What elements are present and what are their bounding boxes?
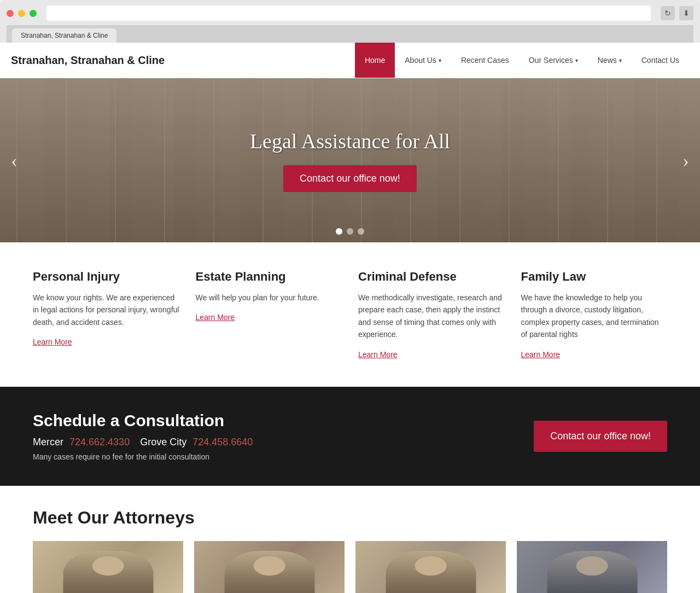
- attorneys-heading: Meet Our Attorneys: [33, 508, 667, 528]
- learn-more-criminal-defense[interactable]: Learn More: [358, 350, 398, 359]
- chevron-down-icon: ▾: [619, 57, 622, 63]
- service-card-estate-planning: Estate Planning We will help you plan fo…: [196, 270, 342, 359]
- nav-item-our-services[interactable]: Our Services ▾: [519, 43, 588, 78]
- nav-item-news[interactable]: News ▾: [588, 43, 632, 78]
- navbar: Stranahan, Stranahan & Cline Home About …: [0, 43, 700, 78]
- slider-dots: [336, 228, 364, 235]
- attorney-head-4: [576, 556, 608, 576]
- chevron-down-icon: ▾: [439, 57, 441, 63]
- slider-dot-3[interactable]: [358, 228, 364, 235]
- services-section: Personal Injury We know your rights. We …: [0, 242, 700, 387]
- attorney-silhouette-1: [63, 551, 153, 593]
- maximize-dot[interactable]: [30, 10, 37, 17]
- service-card-family-law: Family Law We have the knowledge to help…: [521, 270, 668, 359]
- attorney-head-1: [92, 556, 124, 576]
- reload-icon[interactable]: ↻: [661, 6, 675, 20]
- service-description: We have the knowledge to help you throug…: [521, 292, 668, 341]
- service-title: Personal Injury: [33, 270, 179, 284]
- nav-item-about[interactable]: About Us ▾: [395, 43, 451, 78]
- attorney-head-2: [254, 556, 285, 576]
- attorney-grid: [33, 541, 667, 593]
- cta-band: Schedule a Consultation Mercer 724.662.4…: [0, 387, 700, 486]
- attorney-head-3: [415, 556, 447, 576]
- minimize-dot[interactable]: [18, 10, 25, 17]
- cta-heading: Schedule a Consultation: [33, 411, 253, 430]
- close-dot[interactable]: [7, 10, 14, 17]
- download-icon[interactable]: ⬇: [679, 6, 693, 20]
- slider-dot-2[interactable]: [347, 228, 353, 235]
- attorney-silhouette-2: [224, 551, 314, 593]
- attorney-photo-4: [517, 541, 667, 593]
- hero-title: Legal Assistance for All: [250, 129, 450, 153]
- service-description: We know your rights. We are experienced …: [33, 292, 179, 328]
- learn-more-family-law[interactable]: Learn More: [521, 350, 561, 359]
- learn-more-personal-injury[interactable]: Learn More: [33, 338, 72, 346]
- slider-dot-1[interactable]: [336, 228, 342, 235]
- learn-more-estate-planning[interactable]: Learn More: [196, 313, 235, 322]
- service-title: Family Law: [521, 270, 668, 284]
- service-title: Criminal Defense: [358, 270, 505, 284]
- mercer-phone[interactable]: 724.662.4330: [69, 437, 130, 447]
- cta-contact-button[interactable]: Contact our office now!: [534, 421, 667, 452]
- slider-prev-button[interactable]: ‹: [11, 149, 18, 172]
- hero-slider: Legal Assistance for All Contact our off…: [0, 78, 700, 242]
- nav-item-home[interactable]: Home: [355, 43, 395, 78]
- attorney-silhouette-3: [386, 551, 476, 593]
- hero-content: Legal Assistance for All Contact our off…: [250, 129, 450, 192]
- service-description: We will help you plan for your future.: [196, 292, 342, 304]
- brand-logo[interactable]: Stranahan, Stranahan & Cline: [11, 54, 165, 67]
- website: Stranahan, Stranahan & Cline Home About …: [0, 43, 700, 593]
- address-bar[interactable]: [46, 5, 651, 21]
- service-card-criminal-defense: Criminal Defense We methodically investi…: [358, 270, 505, 359]
- hero-cta-button[interactable]: Contact our office now!: [283, 165, 417, 192]
- attorney-photo-3: [355, 541, 506, 593]
- attorney-photo-2: [194, 541, 345, 593]
- active-tab[interactable]: Stranahan, Stranahan & Cline: [12, 28, 116, 43]
- nav-item-contact[interactable]: Contact Us: [632, 43, 689, 78]
- cta-left-content: Schedule a Consultation Mercer 724.662.4…: [33, 411, 253, 461]
- service-description: We methodically investigate, research an…: [358, 292, 505, 341]
- nav-item-recent-cases[interactable]: Recent Cases: [451, 43, 519, 78]
- slider-next-button[interactable]: ›: [682, 149, 689, 172]
- browser-controls: ↻ ⬇: [7, 5, 693, 21]
- grove-city-phone[interactable]: 724.458.6640: [192, 437, 253, 447]
- attorneys-section: Meet Our Attorneys: [0, 486, 700, 593]
- tab-bar: Stranahan, Stranahan & Cline: [7, 25, 693, 43]
- attorney-silhouette-4: [547, 551, 637, 593]
- grove-city-label: Grove City: [140, 437, 186, 447]
- page-wrapper: ↻ ⬇ Stranahan, Stranahan & Cline Stranah…: [0, 0, 700, 593]
- service-card-personal-injury: Personal Injury We know your rights. We …: [33, 270, 179, 359]
- chevron-down-icon: ▾: [575, 57, 578, 63]
- cta-note: Many cases require no fee for the initia…: [33, 452, 253, 461]
- attorney-photo-1: [33, 541, 183, 593]
- cta-phones: Mercer 724.662.4330 Grove City 724.458.6…: [33, 437, 253, 448]
- mercer-label: Mercer: [33, 437, 63, 447]
- browser-chrome: ↻ ⬇ Stranahan, Stranahan & Cline: [0, 0, 700, 43]
- nav-links: Home About Us ▾ Recent Cases Our Service…: [355, 43, 689, 78]
- service-title: Estate Planning: [196, 270, 342, 284]
